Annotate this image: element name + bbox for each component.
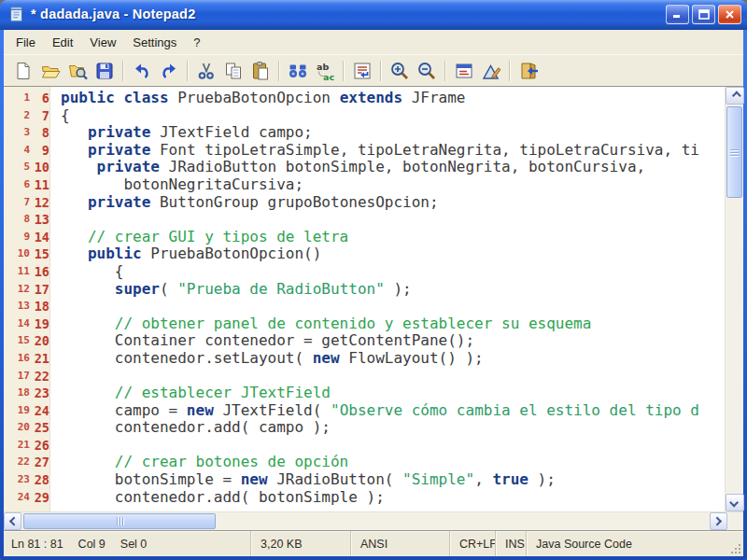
scroll-up-button[interactable] <box>726 87 744 105</box>
line-number: 18 <box>30 298 49 315</box>
find-button[interactable] <box>284 58 311 83</box>
horizontal-scrollbar[interactable] <box>4 511 743 530</box>
menu-help[interactable]: ? <box>185 32 208 53</box>
status-selection: Sel 0 <box>120 538 148 551</box>
cut-button[interactable] <box>192 58 219 83</box>
status-eol-mode[interactable]: CR+LF <box>449 531 495 556</box>
line-number: 9 <box>30 142 49 160</box>
redo-button[interactable] <box>155 58 182 83</box>
close-icon <box>725 9 735 20</box>
code-line: 813 <box>4 211 725 229</box>
minimize-button[interactable] <box>666 5 689 24</box>
menu-edit[interactable]: Edit <box>44 32 81 53</box>
menu-view[interactable]: View <box>81 32 124 53</box>
toolbar-separator <box>509 61 510 81</box>
line-number: 11 <box>30 176 49 194</box>
status-encoding[interactable]: ANSI <box>350 531 449 556</box>
exit-button[interactable] <box>514 58 542 83</box>
line-number-secondary: 19 <box>4 402 30 420</box>
svg-text:ac: ac <box>323 71 334 81</box>
line-number: 7 <box>30 107 49 125</box>
new-file-button[interactable] <box>9 58 36 83</box>
line-number: 10 <box>30 159 49 176</box>
scroll-down-button[interactable] <box>726 494 744 511</box>
code-text: // obtener panel de contenido y establec… <box>49 315 591 333</box>
code-text: private JTextField campo; <box>49 124 313 142</box>
new-file-icon <box>13 61 34 81</box>
code-text: { <box>49 107 70 125</box>
view-schemes-button[interactable] <box>450 58 477 83</box>
replace-button[interactable]: abac <box>311 58 338 83</box>
close-button[interactable] <box>718 5 741 24</box>
menu-file[interactable]: File <box>7 32 44 53</box>
line-number: 15 <box>30 245 49 263</box>
browse-files-button[interactable] <box>63 58 91 83</box>
open-file-button[interactable] <box>36 58 63 83</box>
scroll-right-button[interactable] <box>710 512 727 530</box>
zoom-out-button[interactable] <box>413 58 440 83</box>
vertical-scroll-thumb[interactable] <box>726 106 742 198</box>
code-line: 1621 contenedor.setLayout( new FlowLayou… <box>4 350 725 368</box>
line-number-secondary: 14 <box>4 315 30 333</box>
code-line: 38 private JTextField campo; <box>4 124 725 142</box>
scroll-left-button[interactable] <box>4 512 21 530</box>
zoom-in-icon <box>389 61 410 81</box>
code-line: 2227 // crear botones de opción <box>4 454 725 471</box>
horizontal-scroll-thumb[interactable] <box>23 513 216 529</box>
word-wrap-button[interactable] <box>348 58 375 83</box>
line-number-secondary: 16 <box>4 350 30 368</box>
copy-button[interactable] <box>219 58 247 83</box>
resize-grip[interactable] <box>729 542 740 553</box>
line-number: 28 <box>30 471 49 489</box>
word-wrap-icon <box>352 61 373 81</box>
chevron-left-icon <box>9 517 19 526</box>
code-text: super( "Prueba de RadioButton" ); <box>49 281 412 299</box>
line-number-secondary: 10 <box>4 245 30 263</box>
customize-schemes-button[interactable] <box>477 58 504 83</box>
status-bar: Ln 81 : 81 Col 9 Sel 0 3,20 KB ANSI CR+L… <box>4 530 743 556</box>
code-pane[interactable]: 16public class PruebaBotonOpcion extends… <box>4 87 725 511</box>
vertical-scrollbar[interactable] <box>725 87 743 511</box>
line-number: 16 <box>30 263 49 281</box>
chevron-right-icon <box>712 517 722 526</box>
chevron-up-icon <box>731 91 740 101</box>
line-number-secondary: 12 <box>4 281 30 299</box>
code-line: 510 private JRadioButton botonSimple, bo… <box>4 159 725 176</box>
paste-button[interactable] <box>247 58 274 83</box>
save-file-icon <box>94 61 115 81</box>
line-number-secondary: 1 <box>4 90 30 107</box>
line-number-secondary: 20 <box>4 419 30 437</box>
horizontal-scroll-track[interactable] <box>21 512 710 530</box>
status-syntax-scheme[interactable]: Java Source Code <box>526 531 743 556</box>
code-line: 1520 Container contenedor = getContentPa… <box>4 332 725 350</box>
code-text <box>49 211 61 229</box>
line-number-secondary: 11 <box>4 263 30 281</box>
editor-area: 16public class PruebaBotonOpcion extends… <box>4 86 743 511</box>
code-line: 2429 contenedor.add( botonSimple ); <box>4 489 725 507</box>
vertical-scroll-track[interactable] <box>726 105 743 494</box>
line-number-secondary: 18 <box>4 385 30 402</box>
maximize-button[interactable] <box>692 5 715 24</box>
code-text <box>49 437 61 455</box>
exit-icon <box>518 61 539 81</box>
code-text: // crear GUI y tipos de letra <box>49 229 348 246</box>
code-text <box>49 368 61 385</box>
line-number: 29 <box>30 489 49 507</box>
status-insert-mode[interactable]: INS <box>495 531 526 556</box>
open-file-icon <box>40 61 61 81</box>
scroll-grip-icon <box>120 517 120 525</box>
undo-button[interactable] <box>128 58 155 83</box>
zoom-in-button[interactable] <box>386 58 413 83</box>
status-caret-position[interactable]: Ln 81 : 81 Col 9 Sel 0 <box>4 531 250 556</box>
line-number-secondary: 24 <box>4 489 30 507</box>
save-file-button[interactable] <box>91 58 118 83</box>
browse-files-icon <box>67 61 88 81</box>
code-text: public PruebaBotonOpcion() <box>49 245 321 263</box>
scrollbar-corner <box>727 512 743 530</box>
menu-settings[interactable]: Settings <box>124 32 185 53</box>
line-number: 21 <box>30 350 49 368</box>
line-number: 26 <box>30 437 49 455</box>
line-number-secondary: 5 <box>4 159 30 176</box>
status-file-size: 3,20 KB <box>250 531 350 556</box>
toolbar: abac <box>4 54 743 86</box>
